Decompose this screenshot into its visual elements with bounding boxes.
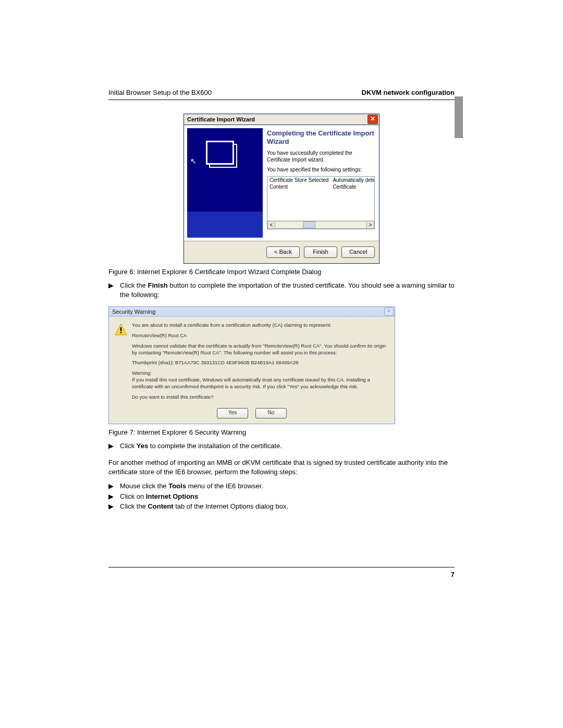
warning-icon [114, 323, 128, 337]
text-bold: Tools [168, 482, 186, 490]
wizard-settings-list: Certificate Store Selected Automatically… [267, 176, 375, 229]
svg-rect-2 [120, 332, 121, 333]
header-right: DKVM network configuration [362, 89, 455, 96]
text-bold: Content [148, 502, 173, 510]
security-warning-text: Warning:If you install this root certifi… [132, 370, 389, 390]
header-divider [108, 100, 455, 100]
figure-6-caption: Figure 6: Internet Explorer 6 Certificat… [108, 268, 455, 276]
cert-import-wizard-dialog: Certificate Import Wizard ✕ ↖ Completing… [183, 114, 380, 264]
text-bold: Internet Options [146, 492, 198, 500]
wizard-title: Certificate Import Wizard [187, 116, 255, 122]
setting-value: Certificate [331, 183, 375, 190]
setting-key: Certificate Store Selected [267, 177, 331, 183]
bullet-icon: ▶ [108, 441, 120, 451]
page-number: 7 [108, 571, 455, 578]
side-index-tab [455, 96, 463, 138]
paragraph: For another method of importing an MMB o… [108, 458, 455, 476]
setting-value: Automatically determined by t [331, 177, 375, 183]
list-item: ▶ Mouse click the Tools menu of the IE6 … [108, 482, 455, 491]
scroll-thumb[interactable] [303, 221, 315, 228]
text: tab of the Internet Options dialog box. [174, 502, 288, 510]
horizontal-scrollbar[interactable]: < > [267, 220, 374, 229]
text: Click the [120, 281, 148, 289]
bullet-icon: ▶ [108, 482, 120, 491]
figure-7-caption: Figure 7: Internet Explorer 6 Security W… [108, 428, 455, 436]
security-title: Security Warning [112, 309, 155, 315]
list-item: ▶ Click the Content tab of the Internet … [108, 502, 455, 511]
setting-key: Content [267, 183, 331, 190]
security-titlebar: Security Warning × [109, 307, 395, 317]
cancel-button[interactable]: Cancel [341, 246, 375, 258]
finish-button[interactable]: Finish [304, 246, 337, 258]
footer-divider [108, 567, 455, 567]
list-item: ▶ Click on Internet Options [108, 492, 455, 501]
security-warning-dialog: Security Warning × You are about to inst… [108, 306, 395, 424]
yes-button[interactable]: Yes [217, 408, 248, 418]
close-icon[interactable]: ✕ [368, 115, 378, 124]
text: to complete the installation of the cert… [148, 442, 282, 450]
list-item: ▶ Click Yes to complete the installation… [108, 441, 455, 451]
bullet-icon: ▶ [108, 502, 120, 511]
text: Click on [120, 492, 146, 500]
wizard-success-text: You have successfully completed the Cert… [267, 150, 375, 163]
text-bold: Yes [137, 442, 148, 450]
wizard-settings-label: You have specified the following setting… [267, 166, 375, 173]
header-left: Initial Browser Setup of the BX600 [108, 89, 212, 96]
table-row: Content Certificate [267, 183, 375, 190]
security-text: Windows cannot validate that the certifi… [132, 343, 389, 356]
text: Mouse click the [120, 482, 168, 490]
security-text: You are about to install a certificate f… [132, 322, 389, 329]
cursor-icon: ↖ [190, 157, 197, 165]
svg-rect-1 [120, 327, 121, 331]
text: Click [120, 442, 137, 450]
table-row: Certificate Store Selected Automatically… [267, 177, 375, 183]
scroll-left-icon[interactable]: < [267, 221, 275, 229]
wizard-titlebar: Certificate Import Wizard ✕ [184, 114, 379, 125]
security-thumbprint: Thumbprint (sha1): B71AA79C 393131CD 4E9… [132, 360, 389, 366]
wizard-heading: Completing the Certificate Import Wizard [267, 129, 375, 145]
scroll-right-icon[interactable]: > [366, 221, 374, 229]
list-item: ▶ Click the Finish button to complete th… [108, 281, 455, 299]
text: Click the [120, 502, 148, 510]
page-header: Initial Browser Setup of the BX600 DKVM … [108, 89, 455, 100]
security-question: Do you want to install this certificate? [132, 394, 389, 401]
scroll-track[interactable] [275, 221, 366, 229]
back-button[interactable]: < Back [266, 246, 300, 258]
close-icon[interactable]: × [384, 307, 394, 316]
bullet-icon: ▶ [108, 492, 120, 501]
wizard-banner-image: ↖ [187, 128, 263, 238]
bullet-icon: ▶ [108, 281, 120, 299]
text: button to complete the importation of th… [120, 281, 455, 299]
text-bold: Finish [148, 281, 167, 289]
no-button[interactable]: No [255, 408, 287, 418]
text: menu of the IE6 browser. [186, 482, 263, 490]
security-text: RemoteView(R) Root CA [132, 332, 389, 339]
